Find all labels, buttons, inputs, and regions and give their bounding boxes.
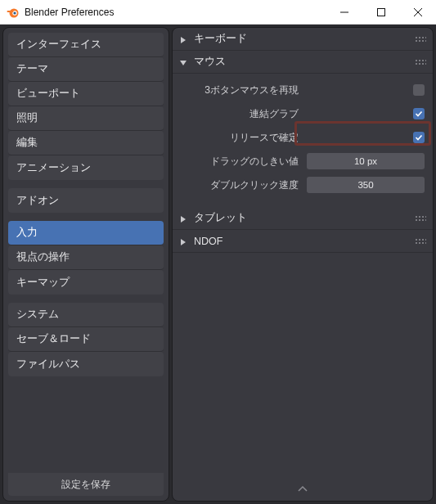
sidebar-group: インターフェイステーマビューポート照明編集アニメーション	[8, 33, 164, 180]
chevron-right-icon	[179, 214, 187, 223]
row-drag-threshold: ドラッグのしきい値 10 px	[181, 150, 425, 173]
panel-mouse-header[interactable]: マウス	[173, 51, 433, 74]
drag-handle-icon[interactable]	[415, 59, 426, 65]
blender-logo-icon	[7, 6, 20, 19]
checkbox-continuous-grab[interactable]	[413, 108, 425, 119]
maximize-button[interactable]	[362, 0, 399, 25]
sidebar-item[interactable]: アニメーション	[8, 155, 164, 180]
chevron-right-icon	[179, 237, 187, 245]
sidebar-group: 入力視点の操作キーマップ	[8, 221, 164, 295]
chevron-down-icon	[179, 58, 187, 66]
app-body: インターフェイステーマビューポート照明編集アニメーションアドオン入力視点の操作キ…	[0, 25, 436, 504]
sidebar-item[interactable]: キーマップ	[8, 270, 164, 295]
chevron-right-icon	[179, 35, 187, 43]
label-continuous-grab: 連結グラブ	[181, 107, 307, 121]
scroll-up-icon[interactable]	[298, 483, 308, 497]
sidebar-group: システムセーブ＆ロードファイルパス	[8, 303, 164, 376]
field-drag-threshold[interactable]: 10 px	[307, 153, 425, 169]
checkbox-confirm-release[interactable]	[413, 132, 425, 143]
field-dblclick-speed[interactable]: 350	[307, 177, 425, 193]
row-dblclick-speed: ダブルクリック速度 350	[181, 173, 425, 196]
panel-keyboard-header[interactable]: キーボード	[173, 28, 433, 51]
window-title: Blender Preferences	[25, 7, 326, 18]
label-dblclick-speed: ダブルクリック速度	[181, 178, 307, 192]
panel-mouse-title: マウス	[194, 55, 226, 69]
main-panel: キーボード マウス 3ボタンマウスを再現 連結グラブ	[172, 27, 434, 502]
svg-point-2	[13, 11, 16, 14]
sidebar-item[interactable]: ファイルパス	[8, 352, 164, 376]
sidebar-item[interactable]: システム	[8, 303, 164, 327]
sidebar-item[interactable]: セーブ＆ロード	[8, 327, 164, 352]
drag-handle-icon[interactable]	[415, 238, 426, 245]
panel-tablet-title: タブレット	[194, 211, 247, 225]
row-confirm-release: リリースで確定	[181, 126, 425, 149]
save-prefs-label: 設定を保存	[61, 478, 110, 492]
sidebar-item[interactable]: ビューポート	[8, 82, 164, 106]
label-confirm-release: リリースで確定	[181, 131, 307, 145]
panel-keyboard-title: キーボード	[194, 32, 247, 46]
sidebar-item[interactable]: 編集	[8, 131, 164, 155]
sidebar-item[interactable]: アドオン	[8, 188, 164, 213]
window-titlebar: Blender Preferences	[0, 0, 436, 25]
label-drag-threshold: ドラッグのしきい値	[181, 155, 307, 169]
sidebar: インターフェイステーマビューポート照明編集アニメーションアドオン入力視点の操作キ…	[2, 27, 169, 502]
sidebar-item[interactable]: 入力	[8, 221, 164, 245]
drag-handle-icon[interactable]	[415, 36, 426, 43]
label-emulate-3button: 3ボタンマウスを再現	[181, 83, 307, 97]
drag-handle-icon[interactable]	[415, 215, 426, 222]
minimize-button[interactable]	[326, 0, 362, 25]
sidebar-item[interactable]: テーマ	[8, 57, 164, 82]
sidebar-nav: インターフェイステーマビューポート照明編集アニメーションアドオン入力視点の操作キ…	[8, 33, 164, 473]
sidebar-item[interactable]: 照明	[8, 106, 164, 131]
sidebar-group: アドオン	[8, 188, 164, 213]
sidebar-item[interactable]: 視点の操作	[8, 245, 164, 270]
panel-ndof-title: NDOF	[194, 236, 222, 247]
close-button[interactable]	[399, 0, 436, 25]
svg-rect-3	[377, 8, 384, 16]
checkbox-emulate-3button[interactable]	[413, 84, 425, 96]
row-continuous-grab: 連結グラブ	[181, 102, 425, 125]
sidebar-item[interactable]: インターフェイス	[8, 33, 164, 57]
panel-tablet-header[interactable]: タブレット	[173, 207, 433, 230]
row-emulate-3button: 3ボタンマウスを再現	[181, 79, 425, 101]
panel-mouse-body: 3ボタンマウスを再現 連結グラブ リリースで確定	[173, 74, 433, 207]
save-prefs-button[interactable]: 設定を保存	[8, 473, 164, 496]
panel-ndof-header[interactable]: NDOF	[173, 230, 433, 253]
